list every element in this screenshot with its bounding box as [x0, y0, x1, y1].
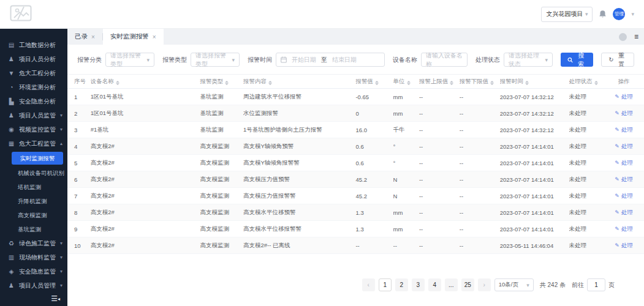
sidebar-item[interactable]: ▼危大工程分析: [0, 66, 67, 80]
page-size-select[interactable]: 10条/页▾: [494, 278, 534, 291]
sidebar-item-label: 绿色施工监管: [19, 239, 56, 248]
handle-link[interactable]: ✎处理: [615, 176, 633, 184]
sort-icon[interactable]: [525, 81, 529, 85]
handle-link[interactable]: ✎处理: [615, 225, 633, 233]
alarm-value: --: [355, 242, 393, 249]
alarm-type-label: 报警类型: [162, 56, 187, 64]
alarm-content: 高支模压力值预警: [243, 176, 355, 184]
sidebar-item[interactable]: ▦危大工程监管▴: [0, 136, 67, 151]
project-select[interactable]: 文兴花园项目 ▾: [541, 7, 593, 22]
page-button[interactable]: 25: [461, 278, 474, 291]
lower-limit-value: --: [460, 176, 500, 183]
sidebar-subitem[interactable]: 基坑监测: [0, 222, 67, 236]
avatar[interactable]: 管理: [613, 8, 625, 20]
sidebar-item[interactable]: ▙安全隐患分析: [0, 94, 67, 108]
sidebar-subitem[interactable]: 机械设备司机识别: [0, 166, 67, 180]
tab-record[interactable]: 己录 ×: [67, 29, 102, 45]
sort-icon[interactable]: [490, 81, 494, 85]
sidebar-item[interactable]: ♻绿色施工监管▾: [0, 236, 67, 250]
device-name: 高支模2#: [91, 192, 200, 200]
close-icon[interactable]: ×: [153, 34, 156, 40]
list-icon[interactable]: ≡: [634, 32, 638, 41]
handle-link[interactable]: ✎处理: [615, 110, 633, 118]
sidebar-subitem[interactable]: 高支模监测: [0, 208, 67, 222]
alarm-time-label: 报警时间: [248, 56, 272, 64]
device-name: 1区01号基坑: [91, 110, 200, 118]
handle-link[interactable]: ✎处理: [615, 126, 633, 134]
status: 未处理: [569, 159, 604, 167]
reset-button[interactable]: ↻ 重置: [601, 53, 634, 67]
column-header-label: 报警时间: [500, 78, 523, 84]
sort-icon[interactable]: [594, 81, 598, 85]
column-header[interactable]: 报警值: [355, 78, 393, 86]
status-select[interactable]: 请选择处理状态 ▾: [504, 53, 553, 67]
gauge-icon: ◔: [8, 84, 15, 91]
chevron-down-icon[interactable]: ▾: [631, 11, 634, 17]
settings-icon[interactable]: [619, 33, 627, 41]
alarm-time: 2023-07-07 14:32:12: [500, 110, 569, 117]
alarm-type: 基坑监测: [200, 93, 243, 101]
sidebar-item[interactable]: ♟项目人员分析: [0, 52, 67, 66]
device-name-input[interactable]: 请输入设备名称: [421, 53, 468, 67]
handle-link[interactable]: ✎处理: [615, 93, 633, 101]
sort-icon[interactable]: [450, 81, 453, 85]
handle-link-label: 处理: [621, 126, 633, 134]
edit-icon: ✎: [615, 94, 619, 100]
goto-page-input[interactable]: [587, 278, 605, 291]
sort-icon[interactable]: [225, 81, 229, 85]
sidebar-subitem-active[interactable]: 实时监测报警: [12, 152, 63, 165]
handle-link[interactable]: ✎处理: [615, 192, 633, 200]
sidebar-item[interactable]: ▥现场物料监管▾: [0, 250, 67, 264]
close-icon[interactable]: ×: [91, 34, 95, 40]
tab-realtime-monitor-alarm[interactable]: 实时监测报警 ×: [103, 29, 164, 45]
column-header[interactable]: 设备名称: [91, 78, 200, 86]
page-button[interactable]: 2: [395, 278, 408, 291]
upper-limit-value: --: [419, 226, 460, 233]
sort-icon[interactable]: [407, 81, 411, 85]
column-header[interactable]: 单位: [393, 78, 419, 86]
collapse-sidebar-icon[interactable]: ☰◂: [51, 294, 60, 303]
page-button[interactable]: 4: [428, 278, 441, 291]
sidebar-item-label: 视频监控监管: [19, 125, 56, 134]
chevron-down-icon: ▾: [585, 11, 588, 17]
page-button[interactable]: 1: [379, 278, 392, 291]
sidebar-subitem[interactable]: 升降机监测: [0, 194, 67, 208]
prev-page-button[interactable]: ‹: [362, 278, 375, 291]
more-pages-button[interactable]: ...: [445, 278, 458, 291]
handle-link-label: 处理: [621, 143, 633, 151]
alarm-category-select[interactable]: 请选择报警类型 ▾: [105, 53, 154, 67]
sort-icon[interactable]: [116, 81, 119, 85]
handle-link[interactable]: ✎处理: [615, 242, 633, 250]
bell-icon[interactable]: [599, 10, 607, 18]
date-range-picker[interactable]: 开始日期 至 结束日期: [276, 53, 385, 67]
goto-label: 前往: [572, 281, 584, 289]
sidebar-item[interactable]: ♟项目人员管理▾: [0, 278, 67, 293]
sort-icon[interactable]: [268, 81, 272, 85]
sort-icon[interactable]: [375, 81, 379, 85]
search-button[interactable]: 搜索: [561, 53, 593, 67]
app-logo: [10, 5, 32, 24]
sidebar-item[interactable]: ◔环境监测分析: [0, 80, 67, 94]
sidebar-item[interactable]: ▤工地数据分析: [0, 38, 67, 52]
next-page-button[interactable]: ›: [478, 278, 491, 291]
column-header[interactable]: 报警类型: [200, 78, 243, 86]
column-header-label: 报警值: [355, 78, 373, 84]
sidebar-item[interactable]: ◈安全隐患监管▾: [0, 264, 67, 278]
page-button[interactable]: 3: [412, 278, 425, 291]
column-header[interactable]: 报警上限值: [419, 78, 460, 86]
sidebar-subitem[interactable]: 塔机监测: [0, 180, 67, 194]
page-unit-label: 页: [608, 281, 615, 289]
handle-link[interactable]: ✎处理: [615, 209, 633, 217]
column-header[interactable]: 报警下限值: [460, 78, 500, 86]
column-header[interactable]: 报警内容: [243, 78, 355, 86]
handle-link[interactable]: ✎处理: [615, 143, 633, 151]
column-header[interactable]: 报警时间: [500, 78, 569, 86]
handle-link[interactable]: ✎处理: [615, 159, 633, 167]
sidebar-item[interactable]: ◉视频监控监管▾: [0, 122, 67, 136]
page-jumper: 前往页: [572, 278, 615, 291]
column-header[interactable]: 处理状态: [569, 78, 604, 86]
funnel-icon: ▼: [8, 70, 15, 76]
handle-link-label: 处理: [621, 225, 633, 233]
alarm-type-select[interactable]: 请选择报警类型 ▾: [191, 53, 240, 67]
sidebar-item[interactable]: ♟项目人员监管▾: [0, 108, 67, 122]
